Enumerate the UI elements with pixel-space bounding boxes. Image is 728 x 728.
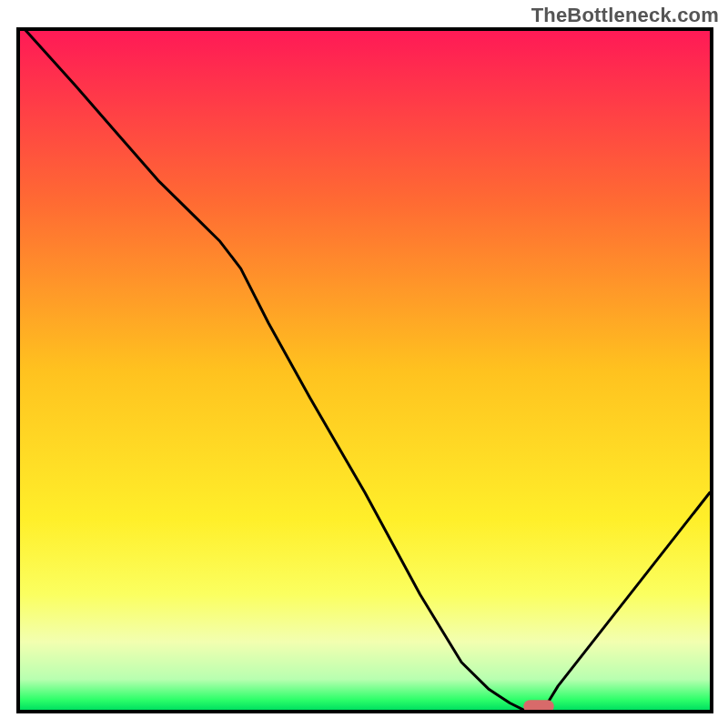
plot-frame [16, 27, 713, 713]
gradient-background [20, 31, 710, 710]
chart-svg [20, 31, 710, 710]
optimal-marker [523, 700, 553, 710]
chart-container: TheBottleneck.com [0, 0, 728, 728]
watermark-text: TheBottleneck.com [531, 4, 719, 27]
plot-inner [20, 31, 710, 710]
